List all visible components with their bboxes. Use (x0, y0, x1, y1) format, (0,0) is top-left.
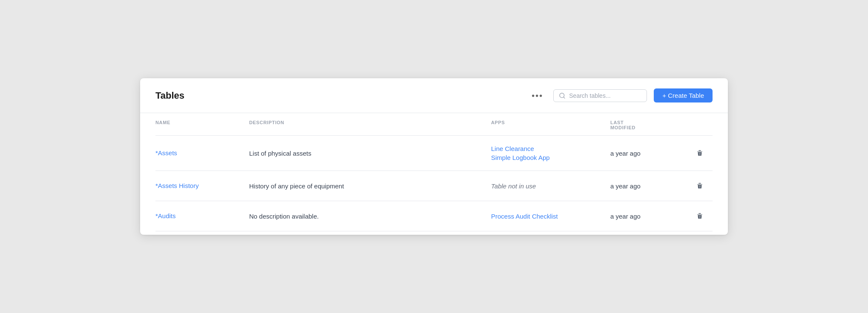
trash-icon (696, 149, 704, 157)
col-header-last-modified: LAST MODIFIED (610, 120, 687, 130)
delete-audits-button[interactable] (694, 211, 705, 222)
more-options-button[interactable]: ••• (528, 90, 546, 102)
table-row: *Assets History History of any piece of … (155, 171, 713, 201)
cell-name-audits: *Audits (155, 212, 249, 220)
cell-name-assets: *Assets (155, 149, 249, 157)
assets-history-link[interactable]: *Assets History (155, 182, 199, 189)
table-not-in-use-label: Table not in use (491, 182, 610, 190)
audits-link[interactable]: *Audits (155, 212, 176, 219)
col-header-name: NAME (155, 120, 249, 130)
delete-assets-history-button[interactable] (694, 180, 705, 191)
cell-action-assets-history (687, 180, 713, 191)
cell-desc-assets: List of physical assets (249, 150, 491, 157)
search-wrapper (553, 89, 647, 102)
create-table-button[interactable]: + Create Table (654, 88, 713, 102)
cell-apps-assets: Line Clearance Simple Logbook App (491, 145, 610, 161)
cell-modified-assets: a year ago (610, 150, 687, 157)
process-audit-checklist-link[interactable]: Process Audit Checklist (491, 213, 610, 220)
table-container: NAME DESCRIPTION APPS LAST MODIFIED *Ass… (140, 113, 728, 235)
search-icon (559, 92, 566, 99)
line-clearance-link[interactable]: Line Clearance (491, 145, 610, 152)
cell-action-audits (687, 211, 713, 222)
simple-logbook-link[interactable]: Simple Logbook App (491, 154, 610, 161)
trash-icon (696, 182, 704, 190)
search-input[interactable] (569, 92, 641, 99)
header: Tables ••• + Create Table (140, 78, 728, 113)
trash-icon (696, 212, 704, 220)
svg-line-1 (563, 97, 565, 98)
cell-apps-assets-history: Table not in use (491, 182, 610, 190)
col-header-description: DESCRIPTION (249, 120, 491, 130)
tables-card: Tables ••• + Create Table NAME DESCRIPTI… (140, 78, 728, 235)
cell-action-assets (687, 148, 713, 159)
table-row: *Audits No description available. Proces… (155, 201, 713, 231)
cell-modified-assets-history: a year ago (610, 182, 687, 190)
cell-apps-audits: Process Audit Checklist (491, 213, 610, 220)
column-headers: NAME DESCRIPTION APPS LAST MODIFIED (155, 113, 713, 136)
col-header-actions (687, 120, 713, 130)
col-header-apps: APPS (491, 120, 610, 130)
cell-modified-audits: a year ago (610, 213, 687, 220)
cell-desc-assets-history: History of any piece of equipment (249, 182, 491, 190)
page-title: Tables (155, 90, 521, 101)
delete-assets-button[interactable] (694, 148, 705, 159)
cell-desc-audits: No description available. (249, 213, 491, 220)
table-row: *Assets List of physical assets Line Cle… (155, 136, 713, 171)
cell-name-assets-history: *Assets History (155, 182, 249, 190)
assets-link[interactable]: *Assets (155, 149, 177, 156)
